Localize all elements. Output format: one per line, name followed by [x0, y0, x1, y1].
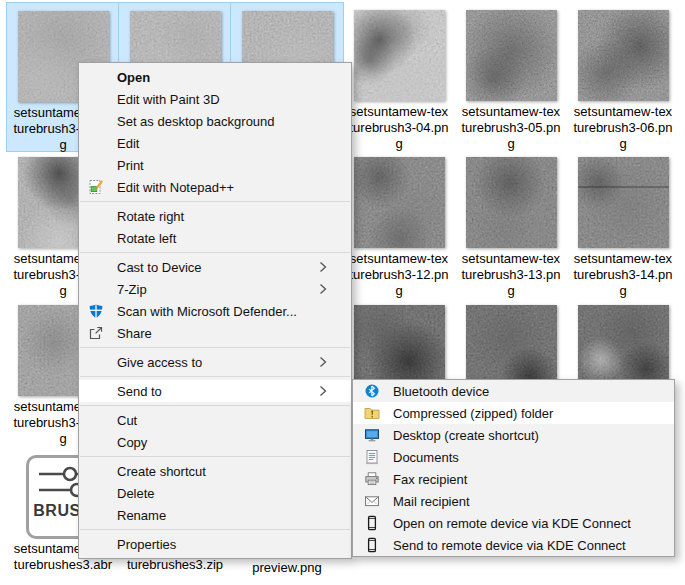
arrow-slot: [319, 414, 327, 426]
menu-item-create-shortcut[interactable]: Create shortcut: [79, 460, 351, 482]
arrow-slot: [642, 451, 650, 463]
arrow-slot: [319, 232, 327, 244]
menu-item-open-on-remote-device-via-kde-connect[interactable]: Open on remote device via KDE Connect: [353, 512, 674, 534]
menu-separator: [80, 529, 350, 530]
submenu-chevron-icon: [319, 385, 327, 397]
file-name-line: setsuntamew-tex: [342, 104, 456, 120]
menu-item-rename[interactable]: Rename: [79, 504, 351, 526]
submenu-chevron-icon: [319, 356, 327, 368]
file-name: setsuntamew-texturebrush3-05.png: [454, 104, 568, 152]
documents-icon: [364, 449, 380, 465]
arrow-slot: [319, 93, 327, 105]
icon-slot: [88, 208, 104, 224]
texture-thumbnail: [354, 10, 445, 101]
file-item[interactable]: setsuntamew-texturebrush3-13.png: [454, 149, 568, 299]
menu-item-delete[interactable]: Delete: [79, 482, 351, 504]
menu-item-label: Desktop (create shortcut): [393, 428, 642, 443]
menu-item-edit-with-notepad[interactable]: Edit with Notepad++: [79, 176, 351, 198]
menu-item-label: 7-Zip: [117, 282, 319, 297]
menu-item-label: Edit with Notepad++: [117, 180, 319, 195]
arrow-slot: [319, 436, 327, 448]
file-name-line: setsuntamew-tex: [454, 104, 568, 120]
menu-item-send-to[interactable]: Send to: [79, 380, 351, 402]
arrow-slot: [319, 465, 327, 477]
icon-slot: [88, 507, 104, 523]
menu-item-label: Open on remote device via KDE Connect: [393, 516, 642, 531]
menu-item-bluetooth-device[interactable]: Bluetooth device: [353, 380, 674, 402]
arrow-slot: [642, 407, 650, 419]
arrow-slot: [319, 181, 327, 193]
menu-item-cast-to-device[interactable]: Cast to Device: [79, 256, 351, 278]
file-name-line: turebrush3-14.pn: [566, 267, 680, 283]
menu-item-label: Create shortcut: [117, 464, 319, 479]
menu-item-label: Send to remote device via KDE Connect: [393, 538, 642, 553]
menu-item-label: Open: [117, 70, 319, 85]
icon-slot: [88, 157, 104, 173]
menu-item-label: Cast to Device: [117, 260, 319, 275]
submenu-chevron-icon: [319, 283, 327, 295]
menu-item-label: Rotate left: [117, 231, 319, 246]
file-name-line: turebrush3-05.pn: [454, 120, 568, 136]
texture-thumbnail: [466, 10, 557, 101]
menu-item-label: Copy: [117, 435, 319, 450]
menu-item-desktop-create-shortcut[interactable]: Desktop (create shortcut): [353, 424, 674, 446]
texture-thumbnail: [354, 157, 445, 248]
menu-item-set-as-desktop-background[interactable]: Set as desktop background: [79, 110, 351, 132]
menu-item-documents[interactable]: Documents: [353, 446, 674, 468]
explorer-window: setsuntamew-texturebrush3-01.pngsetsunta…: [0, 0, 685, 585]
file-item[interactable]: setsuntamew-texturebrush3-05.png: [454, 2, 568, 152]
menu-item-send-to-remote-device-via-kde-connect[interactable]: Send to remote device via KDE Connect: [353, 534, 674, 556]
file-name-line: turebrush3-04.pn: [342, 120, 456, 136]
menu-item-label: Share: [117, 326, 319, 341]
menu-item-label: Delete: [117, 486, 319, 501]
menu-item-cut[interactable]: Cut: [79, 409, 351, 431]
file-name-line: preview.png: [230, 560, 344, 576]
icon-slot: [88, 412, 104, 428]
menu-item-properties[interactable]: Properties: [79, 533, 351, 555]
menu-item-label: Fax recipient: [393, 472, 642, 487]
menu-item-copy[interactable]: Copy: [79, 431, 351, 453]
menu-item-scan-with-microsoft-defender[interactable]: Scan with Microsoft Defender...: [79, 300, 351, 322]
menu-item-share[interactable]: Share: [79, 322, 351, 344]
menu-item-label: Scan with Microsoft Defender...: [117, 304, 319, 319]
icon-slot: [88, 485, 104, 501]
file-name: setsuntamew-texturebrush3-06.png: [566, 104, 680, 152]
notepad-plus-plus-icon: [88, 179, 104, 195]
menu-item-label: Documents: [393, 450, 642, 465]
file-name: setsuntamew-texturebrush3-12.png: [342, 251, 456, 299]
menu-item-edit-with-paint-3d[interactable]: Edit with Paint 3D: [79, 88, 351, 110]
menu-item-open[interactable]: Open: [79, 66, 351, 88]
file-item[interactable]: setsuntamew-texturebrush3-12.png: [342, 149, 456, 299]
menu-item-rotate-right[interactable]: Rotate right: [79, 205, 351, 227]
file-item[interactable]: setsuntamew-texturebrush3-04.png: [342, 2, 456, 152]
arrow-slot: [319, 487, 327, 499]
menu-item-print[interactable]: Print: [79, 154, 351, 176]
submenu-chevron-icon: [319, 261, 327, 273]
icon-slot: [88, 463, 104, 479]
menu-item-label: Edit with Paint 3D: [117, 92, 319, 107]
menu-separator: [80, 376, 350, 377]
menu-item-7-zip[interactable]: 7-Zip: [79, 278, 351, 300]
arrow-slot: [642, 517, 650, 529]
menu-item-give-access-to[interactable]: Give access to: [79, 351, 351, 373]
menu-item-rotate-left[interactable]: Rotate left: [79, 227, 351, 249]
icon-slot: [88, 383, 104, 399]
menu-item-mail-recipient[interactable]: Mail recipient: [353, 490, 674, 512]
file-name: preview.png: [230, 560, 344, 576]
menu-item-label: Give access to: [117, 355, 319, 370]
menu-item-edit[interactable]: Edit: [79, 132, 351, 154]
file-name-line: turebrushes3.abr: [6, 557, 120, 573]
mail-icon: [364, 493, 380, 509]
icon-slot: [88, 354, 104, 370]
file-item[interactable]: setsuntamew-texturebrush3-14.png: [566, 149, 680, 299]
icon-slot: [88, 91, 104, 107]
menu-item-fax-recipient[interactable]: Fax recipient: [353, 468, 674, 490]
file-name-line: setsuntamew-tex: [566, 251, 680, 267]
zip-folder-icon: [364, 405, 380, 421]
file-item[interactable]: setsuntamew-texturebrush3-06.png: [566, 2, 680, 152]
arrow-slot: [319, 305, 327, 317]
menu-item-compressed-zipped-folder[interactable]: Compressed (zipped) folder: [353, 402, 674, 424]
arrow-slot: [319, 159, 327, 171]
menu-separator: [80, 252, 350, 253]
file-name-line: turebrush3-13.pn: [454, 267, 568, 283]
